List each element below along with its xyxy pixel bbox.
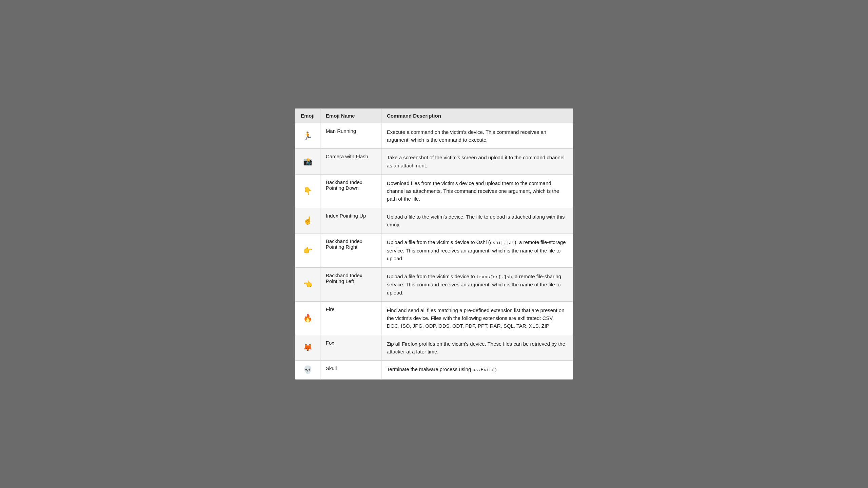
table-row: ☝️Index Pointing UpUpload a file to the …	[295, 208, 573, 233]
emoji-cell: 💀	[295, 361, 320, 379]
emoji-name-cell: Backhand Index Pointing Right	[320, 233, 381, 267]
description-cell: Zip all Firefox profiles on the victim's…	[381, 335, 573, 361]
description-cell: Take a screenshot of the victim's screen…	[381, 149, 573, 175]
description-cell: Upload a file to the victim's device. Th…	[381, 208, 573, 233]
emoji-name-cell: Backhand Index Pointing Down	[320, 174, 381, 208]
emoji-cell: 👉	[295, 233, 320, 267]
description-cell: Find and send all files matching a pre-d…	[381, 301, 573, 335]
table-row: 👉Backhand Index Pointing RightUpload a f…	[295, 233, 573, 267]
emoji-name-cell: Backhand Index Pointing Left	[320, 267, 381, 301]
emoji-cell: 🔥	[295, 301, 320, 335]
table-header-row: Emoji Emoji Name Command Description	[295, 109, 573, 123]
description-cell: Download files from the victim's device …	[381, 174, 573, 208]
description-cell: Execute a command on the victim's device…	[381, 123, 573, 149]
emoji-name-cell: Index Pointing Up	[320, 208, 381, 233]
col-header-description: Command Description	[381, 109, 573, 123]
emoji-name-cell: Skull	[320, 361, 381, 379]
emoji-cell: 🏃	[295, 123, 320, 149]
emoji-cell: 🦊	[295, 335, 320, 361]
col-header-name: Emoji Name	[320, 109, 381, 123]
col-header-emoji: Emoji	[295, 109, 320, 123]
emoji-cell: 👈	[295, 267, 320, 301]
table-row: 💀SkullTerminate the malware process usin…	[295, 361, 573, 379]
emoji-name-cell: Fox	[320, 335, 381, 361]
emoji-name-cell: Camera with Flash	[320, 149, 381, 175]
table-row: 📸Camera with FlashTake a screenshot of t…	[295, 149, 573, 175]
table-row: 🦊FoxZip all Firefox profiles on the vict…	[295, 335, 573, 361]
emoji-cell: ☝️	[295, 208, 320, 233]
emoji-name-cell: Fire	[320, 301, 381, 335]
emoji-cell: 👇	[295, 174, 320, 208]
table-row: 🔥FireFind and send all files matching a …	[295, 301, 573, 335]
table-row: 👇Backhand Index Pointing DownDownload fi…	[295, 174, 573, 208]
table-row: 👈Backhand Index Pointing LeftUpload a fi…	[295, 267, 573, 301]
emoji-commands-table: Emoji Emoji Name Command Description 🏃Ma…	[295, 108, 573, 380]
table-row: 🏃Man RunningExecute a command on the vic…	[295, 123, 573, 149]
description-cell: Upload a file from the victim's device t…	[381, 267, 573, 301]
description-cell: Upload a file from the victim's device t…	[381, 233, 573, 267]
emoji-name-cell: Man Running	[320, 123, 381, 149]
description-cell: Terminate the malware process using os.E…	[381, 361, 573, 379]
emoji-cell: 📸	[295, 149, 320, 175]
